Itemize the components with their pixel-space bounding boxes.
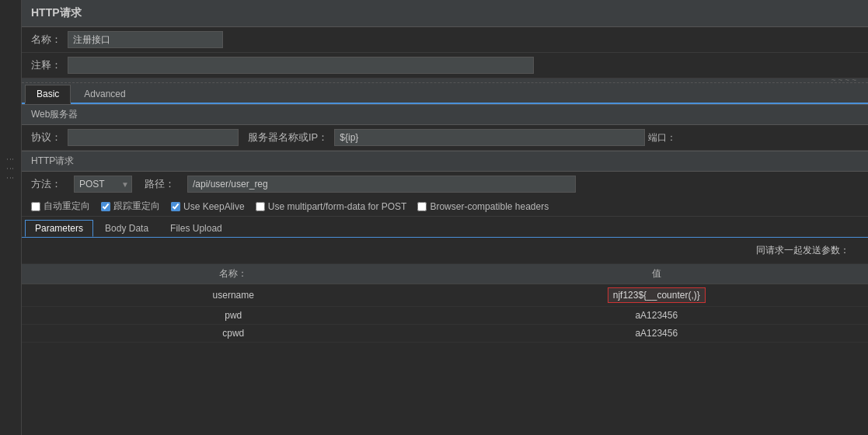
method-path-row: 方法： POST GET PUT DELETE ▼ 路径： (22, 172, 868, 197)
value-col-header: 值 (445, 264, 869, 284)
browser-headers-label: Browser-compatible headers (430, 201, 549, 212)
track-redirect-input[interactable] (101, 202, 110, 211)
protocol-input[interactable] (68, 129, 239, 146)
param-name-cell: username (22, 284, 445, 307)
auto-redirect-label: 自动重定向 (44, 200, 90, 213)
method-label: 方法： (31, 177, 61, 191)
server-label: 服务器名称或IP： (248, 130, 328, 144)
params-section: 同请求一起发送参数： 名称： 值 usernamenjf123${__count… (22, 238, 868, 435)
param-name-cell: pwd (22, 307, 445, 325)
browser-headers-checkbox[interactable]: Browser-compatible headers (417, 201, 549, 212)
section-header: HTTP请求 (22, 0, 868, 27)
auto-redirect-checkbox[interactable]: 自动重定向 (31, 200, 90, 213)
browser-headers-input[interactable] (417, 202, 427, 211)
path-label: 路径： (145, 177, 175, 191)
table-row: cpwdaA123456 (22, 325, 868, 343)
http-request-header: HTTP请求 (22, 151, 868, 172)
tab-parameters[interactable]: Parameters (25, 220, 93, 237)
page-title: HTTP请求 (31, 6, 82, 19)
name-input[interactable] (68, 31, 223, 48)
path-input[interactable] (187, 176, 576, 193)
param-value-cell: aA123456 (445, 325, 869, 343)
name-row: 名称： (22, 27, 868, 53)
highlighted-value: njf123${__counter(,)} (608, 287, 706, 303)
table-row: pwdaA123456 (22, 307, 868, 325)
param-name-cell: cpwd (22, 325, 445, 343)
tab-strip: Basic Advanced (22, 83, 868, 104)
tab-advanced[interactable]: Advanced (72, 85, 137, 103)
comment-input[interactable] (68, 57, 534, 74)
server-row: 协议： 服务器名称或IP： 端口： (22, 125, 868, 151)
sub-tab-strip: Parameters Body Data Files Upload (22, 217, 868, 238)
method-select[interactable]: POST GET PUT DELETE (74, 176, 132, 193)
server-input[interactable] (334, 129, 645, 146)
params-table: 名称： 值 usernamenjf123${__counter(,)}pwdaA… (22, 264, 868, 343)
multipart-input[interactable] (256, 202, 265, 211)
name-label: 名称： (31, 33, 61, 47)
left-sidebar: ⋮⋮⋮ (0, 0, 22, 435)
tab-files-upload[interactable]: Files Upload (160, 220, 232, 237)
tab-basic[interactable]: Basic (25, 85, 71, 104)
comment-label: 注释： (31, 58, 61, 72)
web-server-header: Web服务器 (22, 104, 868, 125)
table-row: usernamenjf123${__counter(,)} (22, 284, 868, 307)
port-label: 端口： (648, 131, 676, 144)
track-redirect-checkbox[interactable]: 跟踪重定向 (101, 200, 160, 213)
send-params-label: 同请求一起发送参数： (747, 241, 859, 260)
protocol-label: 协议： (31, 130, 61, 144)
sidebar-arrow: ⋮⋮⋮ (6, 155, 15, 183)
multipart-checkbox[interactable]: Use multipart/form-data for POST (256, 201, 407, 212)
auto-redirect-input[interactable] (31, 202, 40, 211)
keepalive-input[interactable] (171, 202, 180, 211)
http-request-label: HTTP请求 (31, 155, 74, 166)
param-value-cell: aA123456 (445, 307, 869, 325)
web-server-label: Web服务器 (31, 109, 78, 120)
track-redirect-label: 跟踪重定向 (113, 200, 160, 213)
checkboxes-row: 自动重定向 跟踪重定向 Use KeepAlive Use multipart/… (22, 197, 868, 217)
comment-row: 注释： (22, 53, 868, 78)
method-select-wrapper: POST GET PUT DELETE ▼ (74, 176, 132, 193)
keepalive-label: Use KeepAlive (183, 201, 245, 212)
multipart-label: Use multipart/form-data for POST (268, 201, 407, 212)
keepalive-checkbox[interactable]: Use KeepAlive (171, 201, 245, 212)
content-area: HTTP请求 名称： 注释： ~~~~ Basic Advanced Web服务… (22, 0, 868, 435)
name-col-header: 名称： (22, 264, 445, 284)
param-value-cell: njf123${__counter(,)} (445, 284, 869, 307)
tab-body-data[interactable]: Body Data (95, 220, 159, 237)
